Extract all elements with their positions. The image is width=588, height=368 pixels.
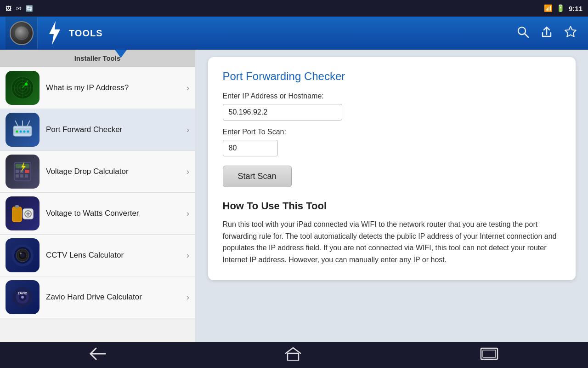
card-title: Port Forwarding Checker xyxy=(223,70,561,83)
toolbar-title: TOOLS xyxy=(69,28,516,39)
svg-point-20 xyxy=(27,131,29,133)
main-layout: Installer Tools What is my IP Address? › xyxy=(0,50,588,342)
status-bar-left: 🖼 ✉ 🔄 xyxy=(6,5,33,12)
gallery-icon: 🖼 xyxy=(6,5,11,12)
share-button[interactable] xyxy=(540,25,553,41)
sidebar-item-port-forward[interactable]: Port Forward Checker › xyxy=(0,109,195,151)
favorite-button[interactable] xyxy=(564,25,577,41)
zavio-hdd-icon: ZAVIO xyxy=(6,280,40,314)
how-to-text: Run this tool with your iPad connected v… xyxy=(223,218,561,265)
svg-rect-29 xyxy=(25,174,28,178)
content-area: Port Forwarding Checker Enter IP Address… xyxy=(195,50,588,342)
logo-inner xyxy=(15,26,28,40)
svg-point-19 xyxy=(23,131,26,133)
voltage-watts-label: Voltage to Watts Converter xyxy=(46,209,183,218)
toolbar-actions xyxy=(516,25,582,41)
router-icon xyxy=(6,113,40,147)
ip-address-label: What is my IP Address? xyxy=(46,83,183,92)
status-bar: 🖼 ✉ 🔄 📶 🔋 9:11 xyxy=(0,0,588,17)
svg-point-46 xyxy=(21,296,24,299)
ip-label: Enter IP Address or Hostname: xyxy=(223,92,561,100)
zavio-hdd-chevron: › xyxy=(187,293,189,302)
port-forward-chevron: › xyxy=(187,125,189,135)
time-display: 9:11 xyxy=(569,5,582,12)
home-button[interactable] xyxy=(266,343,320,368)
cctv-lens-icon xyxy=(6,238,40,272)
sync-icon: 🔄 xyxy=(26,5,33,12)
ip-address-chevron: › xyxy=(187,83,189,93)
app-logo xyxy=(6,17,38,49)
cctv-lens-chevron: › xyxy=(187,251,189,260)
sidebar: Installer Tools What is my IP Address? › xyxy=(0,50,195,342)
svg-rect-24 xyxy=(16,170,19,173)
port-forward-label: Port Forward Checker xyxy=(46,125,183,134)
ip-input[interactable] xyxy=(223,104,342,121)
port-label: Enter Port To Scan: xyxy=(223,128,561,136)
svg-point-17 xyxy=(16,131,18,133)
svg-rect-51 xyxy=(483,350,496,357)
voltage-watts-chevron: › xyxy=(187,209,189,218)
svg-point-42 xyxy=(20,253,22,254)
content-card: Port Forwarding Checker Enter IP Address… xyxy=(208,57,576,280)
cctv-lens-label: CCTV Lens Calculator xyxy=(46,251,183,260)
svg-point-18 xyxy=(20,131,22,133)
sidebar-item-voltage-drop[interactable]: 0 Voltage Drop Calculator › xyxy=(0,151,195,193)
logo-circle xyxy=(10,21,34,45)
sidebar-item-zavio-hdd[interactable]: ZAVIO Zavio Hard Drive Calculator › xyxy=(0,276,195,318)
recents-button[interactable] xyxy=(462,344,517,367)
thunder-icon xyxy=(41,17,67,50)
sidebar-item-cctv-lens[interactable]: CCTV Lens Calculator › xyxy=(0,235,195,276)
port-input[interactable] xyxy=(223,140,278,156)
svg-text:ZAVIO: ZAVIO xyxy=(18,292,28,295)
svg-marker-4 xyxy=(565,26,576,37)
svg-line-16 xyxy=(27,121,30,126)
voltage-drop-label: Voltage Drop Calculator xyxy=(46,167,183,176)
sidebar-item-ip-address[interactable]: What is my IP Address? › xyxy=(0,67,195,109)
nav-triangle xyxy=(115,50,127,58)
toolbar: TOOLS xyxy=(0,17,588,50)
battery-icon: 🔋 xyxy=(556,4,565,12)
search-button[interactable] xyxy=(516,25,529,41)
sidebar-header: Installer Tools xyxy=(0,50,195,67)
start-scan-button[interactable]: Start Scan xyxy=(223,166,292,187)
how-to-title: How To Use This Tool xyxy=(223,200,561,212)
svg-rect-32 xyxy=(15,205,19,208)
status-bar-right: 📶 🔋 9:11 xyxy=(544,4,582,12)
sidebar-item-voltage-watts[interactable]: Voltage to Watts Converter › xyxy=(0,193,195,235)
bottom-nav xyxy=(0,342,588,368)
svg-rect-27 xyxy=(16,174,19,178)
zavio-hdd-label: Zavio Hard Drive Calculator xyxy=(46,293,183,302)
svg-line-2 xyxy=(525,34,528,37)
voltage-calc-icon: 0 xyxy=(6,155,40,189)
radar-icon xyxy=(6,71,40,105)
svg-marker-0 xyxy=(49,21,60,45)
svg-rect-28 xyxy=(20,174,23,178)
voltage-watts-icon xyxy=(6,196,40,230)
back-button[interactable] xyxy=(71,344,124,367)
svg-line-14 xyxy=(15,121,18,126)
voltage-drop-chevron: › xyxy=(187,167,189,177)
mail-icon: ✉ xyxy=(16,5,21,12)
svg-rect-31 xyxy=(12,207,22,222)
wifi-icon: 📶 xyxy=(544,4,553,12)
svg-rect-49 xyxy=(288,353,299,361)
svg-rect-26 xyxy=(25,170,29,173)
